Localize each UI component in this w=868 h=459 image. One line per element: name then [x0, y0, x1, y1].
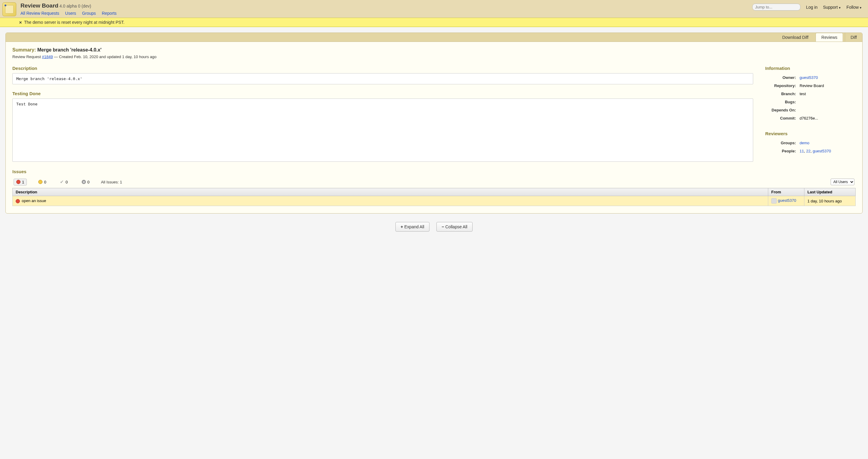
brand-name: Review Board	[21, 2, 59, 9]
issues-filter-bar: 1 0 ✔ 0 ✕ 0 All Issues: 1 All Users	[12, 176, 856, 187]
tab-bar: Download Diff Reviews Diff	[6, 33, 862, 42]
description-heading: Description	[12, 66, 753, 71]
issues-resolved-filter[interactable]: ✔ 0	[58, 178, 70, 186]
issue-from-link[interactable]: guest5370	[778, 198, 796, 203]
issues-pending-filter[interactable]: 0	[36, 179, 49, 185]
open-issue-icon	[16, 199, 20, 203]
minus-icon: −	[441, 224, 444, 229]
support-menu[interactable]: Support▼	[823, 5, 841, 10]
issues-open-filter[interactable]: 1	[13, 178, 27, 186]
jump-to-input[interactable]	[752, 4, 801, 10]
chevron-down-icon: ▼	[859, 6, 862, 9]
check-icon: ✔	[60, 179, 64, 185]
information-heading: Information	[765, 66, 856, 71]
tab-diff[interactable]: Diff	[845, 33, 862, 41]
tab-download-diff[interactable]: Download Diff	[777, 33, 814, 41]
pending-issue-icon	[38, 180, 42, 184]
nav-users[interactable]: Users	[65, 11, 76, 16]
info-table: Owner:guest5370 Repository:Review Board …	[765, 73, 856, 123]
review-request-panel: Download Diff Reviews Diff Summary: Merg…	[5, 33, 863, 214]
th-description[interactable]: Description	[13, 188, 768, 196]
close-icon[interactable]: ✕	[19, 21, 22, 25]
description-box: Merge branch 'release-4.0.x'	[12, 73, 753, 84]
login-link[interactable]: Log in	[806, 5, 817, 10]
issue-updated: 1 day, 10 hours ago	[804, 196, 856, 206]
people-label: People:	[766, 147, 799, 155]
nav-groups[interactable]: Groups	[82, 11, 96, 16]
open-issue-icon	[16, 180, 21, 184]
review-id-link[interactable]: #1849	[42, 55, 53, 59]
follow-menu[interactable]: Follow▼	[846, 5, 862, 10]
depends-value	[800, 106, 855, 114]
plus-icon: +	[401, 224, 403, 229]
repository-label: Repository:	[766, 82, 799, 90]
issues-user-filter[interactable]: All Users	[831, 178, 855, 185]
nav-all-requests[interactable]: All Review Requests	[21, 11, 59, 16]
owner-label: Owner:	[766, 74, 799, 81]
person-link[interactable]: 11	[800, 149, 804, 153]
owner-link[interactable]: guest5370	[800, 75, 818, 80]
summary-label: Summary:	[12, 47, 36, 53]
testing-box: Test Done	[12, 98, 753, 162]
bugs-value	[800, 98, 855, 106]
commit-value: d76276e...	[800, 114, 855, 122]
chevron-down-icon: ▼	[838, 6, 841, 9]
reviewers-heading: Reviewers	[765, 131, 856, 136]
tab-reviews[interactable]: Reviews	[815, 33, 843, 41]
banner-text: The demo server is reset every night at …	[24, 20, 124, 25]
primary-nav: All Review Requests Users Groups Reports	[21, 11, 752, 18]
depends-label: Depends On:	[766, 106, 799, 114]
table-row[interactable]: open an issue guest5370 1 day, 10 hours …	[13, 196, 856, 206]
issue-description: open an issue	[22, 198, 46, 203]
th-from[interactable]: From	[768, 188, 804, 196]
info-banner: ✕ The demo server is reset every night a…	[0, 18, 868, 27]
review-meta: Review Request #1849 — Created Feb. 10, …	[12, 55, 856, 59]
summary-text: Merge branch 'release-4.0.x'	[37, 47, 101, 53]
branch-label: Branch:	[766, 90, 799, 98]
reviewers-table: Groups:demo People: 11, 22, guest5370	[765, 138, 856, 155]
issues-dropped-filter[interactable]: ✕ 0	[79, 179, 92, 185]
nav-reports[interactable]: Reports	[102, 11, 117, 16]
testing-heading: Testing Done	[12, 91, 753, 96]
groups-label: Groups:	[766, 139, 799, 147]
branch-value: test	[800, 90, 855, 98]
version-text: 4.0 alpha 0 (dev)	[59, 4, 91, 8]
all-issues-count: All Issues: 1	[101, 180, 122, 184]
commit-label: Commit:	[766, 114, 799, 122]
issues-table: Description From Last Updated open an is…	[12, 188, 856, 206]
th-last-updated[interactable]: Last Updated	[804, 188, 856, 196]
dropped-icon: ✕	[82, 180, 86, 184]
person-link[interactable]: guest5370	[812, 149, 831, 153]
avatar	[771, 198, 777, 204]
expand-all-button[interactable]: +Expand All	[396, 222, 429, 232]
bugs-label: Bugs:	[766, 98, 799, 106]
repository-value: Review Board	[800, 82, 855, 90]
group-link[interactable]: demo	[800, 141, 809, 145]
top-header: Review Board 4.0 alpha 0 (dev) All Revie…	[0, 0, 868, 18]
app-logo[interactable]	[2, 2, 16, 16]
collapse-all-button[interactable]: −Collapse All	[436, 222, 472, 232]
expand-collapse-bar: +Expand All −Collapse All	[0, 214, 868, 240]
issues-heading: Issues	[12, 169, 856, 174]
person-link[interactable]: 22	[806, 149, 810, 153]
